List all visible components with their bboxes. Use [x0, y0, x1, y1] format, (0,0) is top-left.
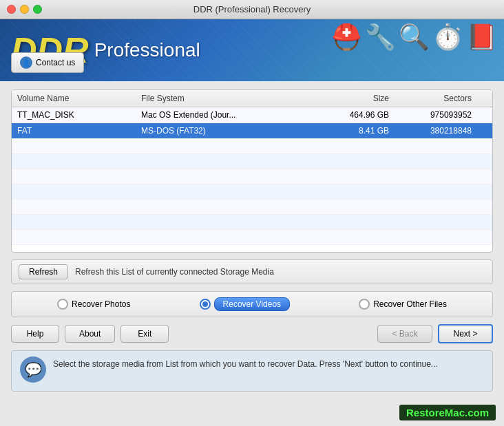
cell-volume-name: FAT: [17, 126, 141, 136]
cell-file-system: Mac OS Extended (Jour...: [141, 110, 320, 120]
col-sectors: Sectors: [389, 94, 472, 103]
cell-sectors: 975093952: [389, 110, 472, 120]
disk-table: Volume Name File System Size Sectors TT_…: [11, 89, 493, 253]
recover-photos-option[interactable]: Recover Photos: [57, 299, 130, 310]
refresh-description: Refresh this List of currently connected…: [75, 267, 274, 277]
empty-row: [12, 154, 492, 169]
watermark: RestoreMac.com: [399, 405, 496, 420]
empty-row: [12, 169, 492, 184]
magnifier-icon: 🔍: [399, 23, 430, 52]
tools-icon: 🔧: [365, 23, 396, 52]
recover-videos-label: Recover Videos: [214, 297, 291, 311]
back-button[interactable]: < Back: [377, 325, 432, 343]
contact-label: Contact us: [36, 58, 75, 67]
recover-photos-radio[interactable]: [57, 299, 68, 310]
contact-icon: 👤: [20, 56, 32, 69]
refresh-button[interactable]: Refresh: [19, 264, 68, 279]
col-volume-name: Volume Name: [17, 94, 141, 103]
empty-row: [12, 215, 492, 230]
table-body: TT_MAC_DISK Mac OS Extended (Jour... 464…: [12, 107, 492, 252]
status-icon: 💬: [20, 356, 46, 383]
table-header: Volume Name File System Size Sectors: [12, 90, 492, 107]
app-window: DDR (Professional) Recovery DDR Professi…: [0, 0, 504, 426]
close-button[interactable]: [7, 5, 16, 14]
table-row[interactable]: TT_MAC_DISK Mac OS Extended (Jour... 464…: [12, 107, 492, 123]
stopwatch-icon: ⏱️: [432, 23, 463, 52]
cell-size: 464.96 GB: [320, 110, 389, 120]
recover-videos-radio[interactable]: [200, 299, 211, 310]
help-button[interactable]: Help: [11, 325, 59, 343]
col-file-system: File System: [141, 94, 320, 103]
recover-other-label: Recover Other Files: [373, 299, 447, 309]
status-message: Select the storage media from List from …: [53, 356, 438, 370]
book-icon: 📕: [466, 23, 497, 52]
recovery-options: Recover Photos Recover Videos Recover Ot…: [11, 291, 493, 317]
helmet-icon: ⛑️: [331, 23, 362, 52]
recover-photos-label: Recover Photos: [72, 299, 130, 309]
contact-button[interactable]: 👤 Contact us: [11, 52, 84, 73]
window-title: DDR (Professional) Recovery: [193, 4, 311, 14]
col-size: Size: [320, 94, 389, 103]
empty-row: [12, 184, 492, 200]
cell-volume-name: TT_MAC_DISK: [17, 110, 141, 120]
recover-videos-option[interactable]: Recover Videos: [200, 297, 291, 311]
cell-file-system: MS-DOS (FAT32): [141, 126, 320, 136]
empty-row: [12, 200, 492, 215]
about-button[interactable]: About: [65, 325, 115, 343]
window-controls: [7, 5, 42, 14]
exit-button[interactable]: Exit: [120, 325, 169, 343]
table-row[interactable]: FAT MS-DOS (FAT32) 8.41 GB 380218848: [12, 123, 492, 139]
cell-size: 8.41 GB: [320, 126, 389, 136]
main-content: Volume Name File System Size Sectors TT_…: [0, 81, 504, 426]
bottom-buttons: Help About Exit < Back Next >: [11, 324, 493, 343]
recover-other-option[interactable]: Recover Other Files: [359, 299, 447, 310]
empty-row: [12, 230, 492, 245]
header-banner: DDR Professional ⛑️ 🔧 🔍 ⏱️ 📕 👤 Contact u…: [0, 19, 504, 81]
logo-professional: Professional: [94, 39, 200, 61]
next-button[interactable]: Next >: [438, 324, 493, 343]
cell-sectors: 380218848: [389, 126, 472, 136]
recover-other-radio[interactable]: [359, 299, 370, 310]
header-tools: ⛑️ 🔧 🔍 ⏱️ 📕: [331, 23, 497, 52]
refresh-bar: Refresh Refresh this List of currently c…: [11, 259, 493, 284]
empty-row: [12, 139, 492, 154]
titlebar: DDR (Professional) Recovery: [0, 0, 504, 19]
maximize-button[interactable]: [33, 5, 42, 14]
minimize-button[interactable]: [20, 5, 29, 14]
status-bar: 💬 Select the storage media from List fro…: [11, 350, 493, 392]
